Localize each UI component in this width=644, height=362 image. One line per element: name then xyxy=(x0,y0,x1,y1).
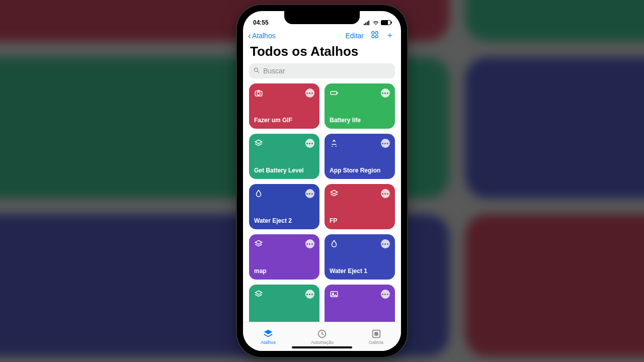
svg-rect-1 xyxy=(375,32,378,34)
more-icon[interactable]: ••• xyxy=(381,88,390,98)
back-button[interactable]: ‹ Atalhos xyxy=(248,31,276,40)
tab-atalhos[interactable]: Atalhos xyxy=(261,328,276,345)
page-title: Todos os Atalhos xyxy=(243,43,401,63)
tab-label: Atalhos xyxy=(261,340,276,345)
shortcut-tile[interactable]: •••Fazer um GIF xyxy=(249,83,319,129)
tab-icon xyxy=(316,328,328,339)
more-icon[interactable]: ••• xyxy=(381,189,390,198)
svg-rect-14 xyxy=(374,332,378,335)
image-icon xyxy=(330,290,339,299)
more-icon[interactable]: ••• xyxy=(305,139,314,148)
layers-icon xyxy=(330,189,339,198)
more-icon[interactable]: ••• xyxy=(381,239,390,248)
home-indicator[interactable] xyxy=(292,346,352,348)
svg-point-4 xyxy=(254,68,258,71)
add-shortcut-button[interactable]: ＋ xyxy=(386,30,394,41)
more-icon[interactable]: ••• xyxy=(381,139,390,148)
svg-rect-8 xyxy=(331,92,337,95)
shortcut-tile[interactable]: •••Battery life xyxy=(325,83,395,129)
screen: 04:55 ‹ Atalhos Editar ＋ Todo xyxy=(243,11,401,351)
shortcut-tile[interactable]: •••App Store Region xyxy=(325,134,395,179)
layers-icon xyxy=(254,239,263,248)
shortcut-tile[interactable]: •••Get Battery Level xyxy=(249,134,319,179)
battery-icon xyxy=(381,20,391,25)
svg-rect-0 xyxy=(372,32,374,34)
more-icon[interactable]: ••• xyxy=(305,88,314,98)
chevron-left-icon: ‹ xyxy=(248,31,251,40)
tab-icon xyxy=(371,328,382,339)
tab-galeria[interactable]: Galeria xyxy=(369,328,383,345)
shortcut-tile[interactable]: •••FP xyxy=(325,184,395,229)
tab-label: Automação xyxy=(311,340,334,345)
battery-icon xyxy=(330,88,339,98)
nav-bar: ‹ Atalhos Editar ＋ xyxy=(243,29,401,43)
drop-icon xyxy=(330,239,339,248)
more-icon[interactable]: ••• xyxy=(305,239,314,248)
tab-automação[interactable]: Automação xyxy=(311,328,334,345)
search-field[interactable]: Buscar xyxy=(249,63,395,78)
shortcuts-grid: •••Fazer um GIF•••Battery life•••Get Bat… xyxy=(243,83,401,322)
edit-button[interactable]: Editar xyxy=(345,32,364,40)
shortcut-label: Water Eject 1 xyxy=(330,267,390,275)
signal-icon xyxy=(364,20,371,25)
notch xyxy=(284,11,360,24)
shortcut-label: App Store Region xyxy=(330,167,390,174)
drop-icon xyxy=(254,189,263,198)
svg-rect-9 xyxy=(337,93,338,94)
shortcut-label: FP xyxy=(330,217,390,224)
appstore-icon xyxy=(330,139,339,148)
back-label: Atalhos xyxy=(252,32,276,40)
tab-icon xyxy=(263,328,274,339)
more-icon[interactable]: ••• xyxy=(305,290,314,299)
search-placeholder: Buscar xyxy=(263,67,285,75)
search-icon xyxy=(253,67,260,75)
more-icon[interactable]: ••• xyxy=(381,290,390,299)
layers-icon xyxy=(254,290,263,299)
more-icon[interactable]: ••• xyxy=(305,189,314,198)
tab-label: Galeria xyxy=(369,340,383,345)
select-grid-icon[interactable] xyxy=(371,31,379,41)
status-time: 04:55 xyxy=(253,19,269,26)
svg-point-7 xyxy=(257,92,260,95)
shortcut-label: Battery life xyxy=(330,117,390,124)
layers-icon xyxy=(254,139,263,148)
shortcut-label: Get Battery Level xyxy=(254,167,314,174)
wifi-icon xyxy=(373,20,379,25)
shortcut-tile[interactable]: ••• xyxy=(249,285,319,322)
svg-rect-2 xyxy=(372,35,374,38)
shortcut-label: Fazer um GIF xyxy=(254,117,314,124)
shortcut-label: map xyxy=(254,267,314,275)
shortcut-tile[interactable]: •••Water Eject 1 xyxy=(325,234,395,280)
shortcut-label: Water Eject 2 xyxy=(254,217,314,224)
svg-rect-3 xyxy=(375,35,378,38)
shortcut-tile[interactable]: •••Water Eject 2 xyxy=(249,184,319,229)
svg-line-5 xyxy=(258,71,259,72)
camera-icon xyxy=(254,88,263,98)
shortcut-tile[interactable]: •••map xyxy=(249,234,319,280)
phone-frame: 04:55 ‹ Atalhos Editar ＋ Todo xyxy=(237,5,407,357)
shortcut-tile[interactable]: ••• xyxy=(325,285,395,322)
